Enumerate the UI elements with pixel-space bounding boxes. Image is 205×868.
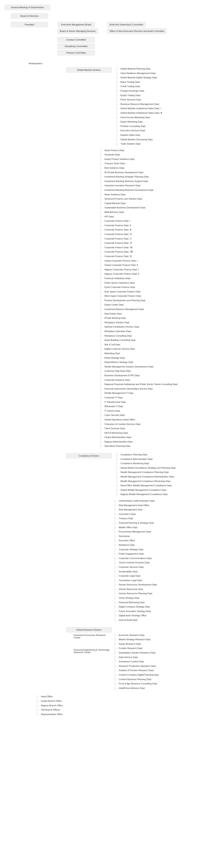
dept-item: Equity Marketing Dept. — [116, 120, 162, 124]
dept-item: Research Production Operation Dept. — [115, 664, 159, 669]
dept-item: Head Office — [37, 694, 201, 699]
dept-item: Internal Audit Dept. — [115, 618, 201, 622]
dept-item: Global Operations Head Office — [100, 417, 201, 422]
dept-item: Procurement Management Dept. — [115, 530, 201, 534]
gmd-box: Global Markets Division — [66, 67, 111, 72]
dept-item: Wealth Management Compliance Monitoring … — [116, 479, 176, 484]
dept-item: Global Markets Planning Dept. — [116, 67, 162, 71]
dept-item: Business Resource Management Dept. — [116, 102, 162, 106]
dept-item: Risk Management Dept. — [115, 507, 201, 512]
dept-item: Osaka Administration Dept. — [100, 435, 201, 440]
dept-item: Business Development & IPO Dept. — [100, 373, 201, 378]
dept-item: Risk Solutions Dept. — [100, 166, 201, 170]
dept-item: Corporate Communications Dept. — [115, 556, 201, 561]
dept-item: Kyoto Corporate Finance Dept. — [100, 285, 201, 289]
dept-item: Public Engagement Dept. — [115, 552, 201, 556]
dept-item: Sustainability Dept. — [115, 569, 201, 574]
dept-item: Marketing Dept. — [100, 351, 201, 356]
dept-item: Wholesale IT Dept. — [100, 404, 201, 409]
block3-dept-list: Underwriting Credit Evaluation Dept.Risk… — [115, 499, 201, 622]
pc-box: Pension Committee — [57, 50, 95, 55]
dept-item: Asset Building Consulting Dept. — [100, 338, 201, 342]
dept-item: Corporate Services Dept. — [115, 565, 201, 569]
dept-item: Treasury Stock Dept. — [100, 161, 201, 166]
dept-item: Fixed Income Marketing Dept. — [116, 115, 162, 120]
dept-item: Executive Office — [115, 538, 201, 543]
dept-item: Human Resources Dept. — [115, 587, 201, 592]
dept-item: Regional Financial Institutional and Pub… — [100, 382, 201, 387]
dept-item: IT Infrastructure Dept. — [100, 400, 201, 404]
dept-item: Asset Finance Dept. — [100, 148, 201, 153]
dept-item: Investment Advisory Management Dept. — [100, 307, 201, 312]
dept-item: Food & Agri Business Consulting Dept. — [115, 682, 159, 686]
cc-box: Conduct Committee — [57, 37, 95, 42]
dept-item: Compliance Administration Dept. — [116, 457, 176, 462]
grd-dept-list: Economic Research Dept.Market Strategy R… — [115, 633, 159, 690]
dept-item: Equity Research Dept. — [115, 642, 159, 646]
dept-item: Human Resources Planning Dept. — [115, 591, 201, 596]
dc-box: Disciplinary Committee — [57, 43, 95, 49]
dept-item: Underwriting Credit Evaluation Dept. — [115, 499, 201, 503]
dept-item: Future Innovation Strategy Dept. — [115, 609, 201, 614]
dept-item: Real Estate Dept. — [100, 312, 201, 316]
dept-item: East Japan Corporate Finance Dept. — [100, 289, 201, 294]
cd-box: Compliance Division — [66, 453, 111, 459]
dept-item: Representative Office — [37, 712, 201, 717]
dept-item: Visual Contents Products Dept. — [115, 560, 201, 565]
dept-item: Corporate Finance Dept. Ⅳ — [100, 232, 201, 237]
dept-item: Corporate IT Dept. — [100, 396, 201, 400]
dept-item: Digital Company Strategy Dept. — [115, 604, 201, 609]
dept-item: Corporate Finance Dept. Ⅶ — [100, 245, 201, 250]
dept-item: Portfolio Consulting Dept. — [116, 124, 162, 129]
bsmd-box: Board of Senior Managing Directors — [57, 28, 98, 34]
dept-item: Trade Solution Dept. — [116, 142, 162, 146]
dept-item: Corporate Finance Dept. Ⅲ — [100, 227, 201, 232]
dept-item: Financial Institutions Dept. — [100, 276, 201, 281]
dept-item: Asset Solutions Dept. — [100, 192, 201, 197]
dept-item: Global Markets Digital Strategy Dept. — [116, 75, 162, 80]
dept-item: Compliance Monitoring Dept. — [116, 461, 176, 466]
dept-item: Economic Research Dept. — [115, 633, 159, 638]
dept-item: Clearance & Custody Services Dept. — [100, 422, 201, 427]
dept-item: Controller's Dept. — [115, 512, 201, 517]
dept-item: IT Service Dept. — [100, 409, 201, 413]
dept-item: Quantitative Solution Research Dept. — [115, 651, 159, 655]
dept-item: Wealth Management IT Dept. — [100, 391, 201, 396]
gmd-dept-list: Global Markets Planning Dept.Client Rela… — [116, 67, 162, 146]
dept-item: Corporate Finance Dept. Ⅴ — [100, 237, 201, 241]
dept-item: Content Business Planning Dept. — [115, 677, 159, 682]
dept-item: Resilience Dept. — [115, 543, 201, 547]
dept-item: Equity Center Dept. — [100, 303, 201, 307]
dept-item: Wealth Management Solution Development D… — [100, 365, 201, 369]
dept-item: Client Relations Management Dept. — [116, 71, 162, 76]
dept-item: Global Market Surveillance Strategy and … — [116, 466, 176, 470]
dept-item: Corporate Legal Dept. — [115, 574, 201, 578]
dept-item: Digital Customer Service Dept. — [100, 347, 201, 351]
dept-item: Digital Asset Strategy Office — [115, 613, 201, 618]
dept-item: Global Markets Structuring Dept. — [116, 137, 162, 142]
dept-item: Equity Trading Dept. — [116, 93, 162, 98]
dept-item: Osaka Wealth Management Compliance Dept. — [116, 488, 176, 492]
dept-item: 104 Branch Offices — [37, 708, 201, 712]
dept-item: Osaka Corporate Finance Dept. Ⅱ — [100, 263, 201, 268]
dept-item: FATCA Monitoring Dept. — [100, 431, 201, 435]
dept-item: Financial Well-being Dept. — [115, 600, 201, 605]
cd-dept-list: Compliance Planning Dept.Compliance Admi… — [116, 453, 176, 497]
hq-label: Headquarters — [29, 62, 43, 65]
grd-box: Global Research Division — [66, 627, 111, 632]
emb-box: Executive Management Board — [57, 22, 95, 27]
dept-item: Content Company Digital Planning Dept. — [115, 673, 159, 677]
dept-item: Corporate Finance Dept. Ⅸ — [100, 254, 201, 259]
dept-item: Corporate Finance Dept. Ⅱ — [100, 223, 201, 228]
dept-item: Investment Banking Strategic Planning De… — [100, 175, 201, 179]
dept-item: Investment Banking Business Support Dept… — [100, 179, 201, 184]
dept-item: Private Banking Dept. — [100, 316, 201, 320]
dept-item: Client Services Dept. — [100, 426, 201, 431]
dept-item: Foreign Exchange Dept. — [116, 89, 162, 93]
dept-item: Frontier Research Dept. — [115, 646, 159, 651]
dept-item: Global Markets Institutional Sales Dept.… — [116, 106, 162, 111]
dept-item: Corporate Finance Dept. Ⅵ — [100, 241, 201, 245]
president-box: President — [11, 22, 48, 27]
dept-item: Wealth Management Compliance Planning De… — [116, 470, 176, 474]
bod-box: Board of Directors — [11, 13, 48, 19]
